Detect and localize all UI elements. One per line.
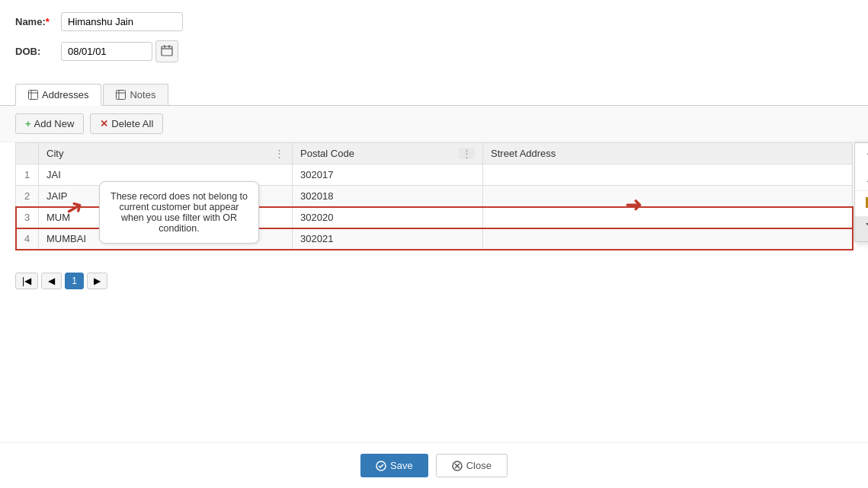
prev-page-button[interactable]: ◀ [41, 273, 62, 289]
postal-col-menu-icon[interactable]: ⋮ [459, 148, 475, 159]
sort-ascending-item[interactable]: ↑ Sort Ascending [855, 143, 868, 167]
pagination: |◀ ◀ 1 ▶ [0, 265, 868, 297]
svg-rect-7 [117, 91, 126, 100]
col-num [16, 143, 39, 164]
tab-addresses[interactable]: Addresses [15, 84, 101, 106]
tab-notes[interactable]: Notes [103, 84, 168, 105]
row-4-postal: 302021 [293, 228, 483, 250]
row-3-postal: 302020 [293, 207, 483, 228]
row-4-num: 4 [16, 228, 39, 250]
calendar-icon [161, 44, 173, 56]
filter-item[interactable]: Filter ▶ [855, 216, 868, 241]
add-new-button[interactable]: + Add New [15, 113, 84, 134]
row-4-street [483, 228, 853, 250]
col-city: City ⋮ [39, 143, 293, 164]
next-page-button[interactable]: ▶ [87, 273, 107, 289]
sort-descending-item[interactable]: ↓ Sort Descending [855, 167, 868, 190]
col-street: Street Address [483, 143, 853, 164]
delete-all-button[interactable]: ✕ Delete All [90, 113, 163, 134]
page-1-button[interactable]: 1 [65, 273, 84, 289]
first-page-button[interactable]: |◀ [15, 273, 38, 289]
toolbar: + Add New ✕ Delete All [0, 106, 868, 142]
tab-addresses-label: Addresses [42, 89, 88, 100]
row-2-postal: 302018 [293, 186, 483, 207]
columns-item[interactable]: Columns ▶ [855, 191, 868, 216]
dob-label: DOB: [15, 46, 61, 57]
column-context-menu: ↑ Sort Ascending ↓ Sort Descending Colum… [854, 142, 868, 242]
tab-notes-label: Notes [130, 89, 155, 100]
row-3-num: 3 [16, 207, 39, 228]
col-postal: Postal Code ⋮ [293, 143, 483, 164]
row-1-postal: 302017 [293, 164, 483, 186]
callout-bubble: These record does not belong to current … [99, 181, 259, 244]
or-arrow-icon: ➜ [625, 192, 642, 217]
svg-rect-4 [29, 91, 38, 100]
name-label: Name:* [15, 16, 61, 27]
row-1-num: 1 [16, 164, 39, 186]
notes-icon [116, 90, 126, 100]
addresses-icon [28, 90, 38, 100]
name-input[interactable] [61, 12, 183, 31]
row-2-street [483, 186, 853, 207]
tabs-bar: Addresses Notes [0, 84, 868, 106]
plus-icon: + [25, 118, 31, 129]
dob-input[interactable] [61, 42, 152, 61]
row-2-num: 2 [16, 186, 39, 207]
row-1-street [483, 164, 853, 186]
svg-rect-0 [162, 46, 172, 56]
row-3-street [483, 207, 853, 228]
city-col-menu-icon[interactable]: ⋮ [274, 148, 284, 159]
x-icon: ✕ [100, 118, 108, 129]
calendar-button[interactable] [155, 40, 178, 62]
